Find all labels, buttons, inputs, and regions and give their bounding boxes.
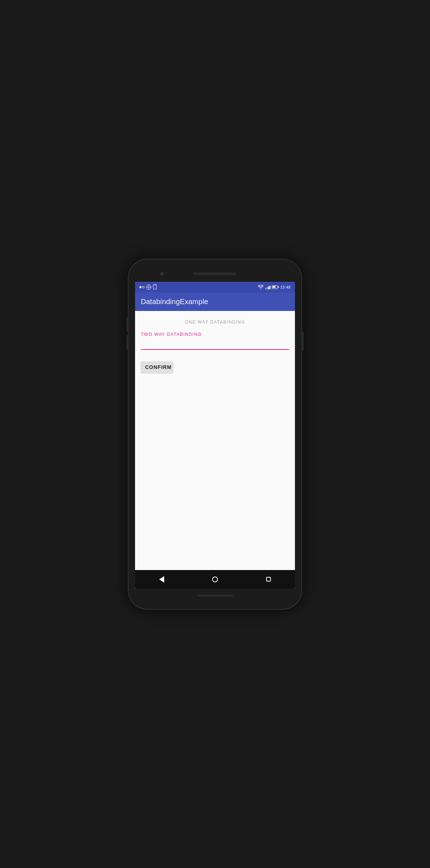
two-way-input[interactable]	[141, 340, 289, 350]
home-icon	[212, 577, 218, 582]
status-right-icons: ⚡ 15:48	[258, 285, 291, 289]
recents-button[interactable]	[262, 573, 275, 586]
recents-icon	[266, 577, 271, 582]
one-way-databinding-label: ONE WAY DATABINDING	[141, 320, 289, 325]
home-button[interactable]	[209, 573, 221, 586]
notification-dot-1	[139, 286, 142, 288]
status-bar: ⚡ 15:48	[135, 282, 295, 293]
volume-down-button[interactable]	[126, 335, 128, 350]
phone-screen: ⚡ 15:48 DatabindingExample ONE WAY DATAB…	[135, 282, 295, 589]
phone-top-hardware	[135, 266, 295, 282]
clipboard-icon	[153, 285, 157, 289]
camera	[160, 272, 164, 276]
volume-up-button[interactable]	[126, 317, 128, 331]
main-content: ONE WAY DATABINDING TWO WAY DATABINDING …	[135, 311, 295, 570]
wifi-icon	[258, 285, 264, 289]
speaker-top	[193, 272, 237, 275]
two-way-section: TWO WAY DATABINDING	[141, 332, 289, 351]
navigation-bar	[135, 570, 295, 589]
power-button[interactable]	[302, 331, 304, 351]
back-icon	[159, 576, 164, 583]
phone-device: ⚡ 15:48 DatabindingExample ONE WAY DATAB…	[129, 259, 301, 609]
app-bar: DatabindingExample	[135, 293, 295, 311]
status-left-icons	[139, 285, 157, 290]
app-bar-title: DatabindingExample	[141, 298, 208, 306]
back-button[interactable]	[155, 573, 168, 586]
status-time: 15:48	[280, 285, 291, 289]
globe-icon	[146, 285, 151, 290]
two-way-databinding-label: TWO WAY DATABINDING	[141, 332, 289, 337]
battery-icon: ⚡	[272, 285, 279, 289]
speaker-bottom	[197, 595, 233, 597]
signal-icon	[265, 285, 270, 289]
two-way-input-container	[141, 340, 289, 351]
notification-dot-2	[142, 286, 144, 288]
confirm-button[interactable]: CONFIRM	[141, 361, 173, 373]
phone-bottom-hardware	[135, 589, 295, 602]
